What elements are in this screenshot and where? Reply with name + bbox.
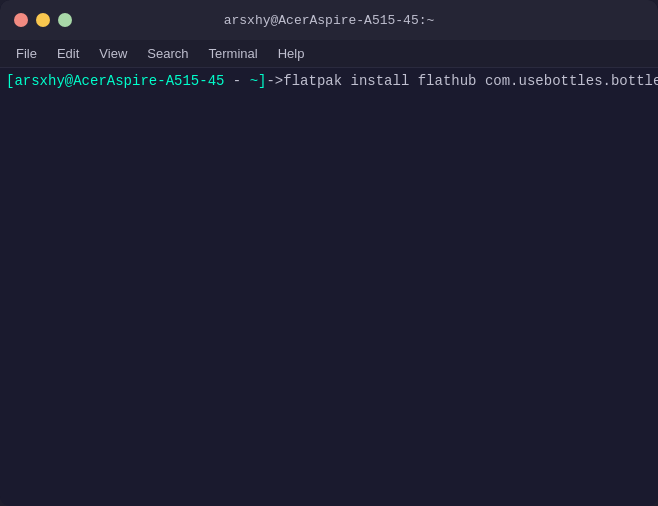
menu-help[interactable]: Help xyxy=(270,44,313,63)
prompt-arrow: -> xyxy=(266,72,283,92)
menu-terminal[interactable]: Terminal xyxy=(201,44,266,63)
minimize-button[interactable] xyxy=(36,13,50,27)
terminal-content[interactable]: [arsxhy@AcerAspire-A515-45 - ~] -> flatp… xyxy=(0,68,658,506)
menu-file[interactable]: File xyxy=(8,44,45,63)
terminal-window: arsxhy@AcerAspire-A515-45:~ File Edit Vi… xyxy=(0,0,658,506)
title-bar: arsxhy@AcerAspire-A515-45:~ xyxy=(0,0,658,40)
command-text: flatpak install flathub com.usebottles.b… xyxy=(283,72,658,92)
prompt-user-host: [arsxhy@AcerAspire-A515-45 xyxy=(6,72,224,92)
window-title: arsxhy@AcerAspire-A515-45:~ xyxy=(224,13,435,28)
maximize-button[interactable] xyxy=(58,13,72,27)
menu-edit[interactable]: Edit xyxy=(49,44,87,63)
menu-search[interactable]: Search xyxy=(139,44,196,63)
terminal-line: [arsxhy@AcerAspire-A515-45 - ~] -> flatp… xyxy=(6,72,652,92)
prompt-tilde: ~] xyxy=(250,72,267,92)
menu-bar: File Edit View Search Terminal Help xyxy=(0,40,658,68)
window-controls xyxy=(14,13,72,27)
close-button[interactable] xyxy=(14,13,28,27)
menu-view[interactable]: View xyxy=(91,44,135,63)
prompt-separator: - xyxy=(224,72,249,92)
